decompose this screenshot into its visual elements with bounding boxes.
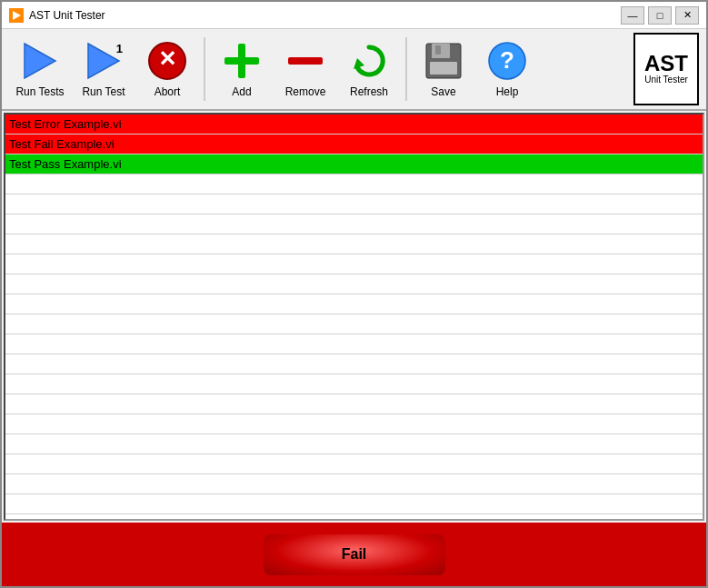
list-item-empty (5, 314, 703, 334)
run-test-label: Run Test (82, 85, 125, 98)
abort-label: Abort (155, 85, 181, 98)
run-tests-icon (19, 40, 61, 82)
main-window: AST Unit Tester — □ ✕ Run Tests 1 Run Te… (0, 0, 708, 588)
save-icon (423, 40, 464, 82)
main-area: Test Error Example.vi Test Fail Example.… (2, 111, 706, 586)
list-item-empty (5, 374, 703, 394)
list-item-empty (5, 214, 703, 234)
remove-label: Remove (285, 85, 326, 98)
add-button[interactable]: Add (211, 33, 273, 105)
list-item-empty (5, 234, 703, 254)
svg-rect-7 (224, 57, 259, 65)
svg-text:✕: ✕ (158, 46, 176, 71)
list-item[interactable]: Test Pass Example.vi (5, 154, 703, 174)
list-item[interactable]: Test Error Example.vi (5, 115, 703, 135)
list-item-empty (5, 494, 703, 514)
help-label: Help (496, 85, 519, 98)
list-item-empty (5, 474, 703, 494)
list-item-empty (5, 354, 703, 374)
run-tests-button[interactable]: Run Tests (9, 33, 71, 105)
run-test-button[interactable]: 1 Run Test (73, 33, 135, 105)
list-item-empty (5, 434, 703, 454)
ast-logo: AST Unit Tester (633, 33, 699, 105)
close-button[interactable]: ✕ (675, 6, 699, 25)
app-icon (9, 8, 24, 23)
svg-rect-8 (288, 57, 323, 65)
save-label: Save (431, 85, 455, 98)
help-button[interactable]: ? Help (476, 33, 538, 105)
separator-1 (204, 37, 205, 101)
list-item-empty (5, 194, 703, 214)
add-label: Add (232, 85, 251, 98)
title-bar: AST Unit Tester — □ ✕ (2, 2, 706, 29)
run-test-badge: 1 (116, 42, 123, 55)
separator-2 (405, 37, 407, 101)
list-item-empty (5, 294, 703, 314)
test-list[interactable]: Test Error Example.vi Test Fail Example.… (4, 113, 704, 521)
list-rows: Test Error Example.vi Test Fail Example.… (5, 115, 703, 521)
list-item-empty (5, 454, 703, 474)
list-item-empty (5, 174, 703, 194)
maximize-button[interactable]: □ (648, 6, 672, 25)
list-item-empty (5, 514, 703, 521)
save-button[interactable]: Save (413, 33, 474, 105)
help-icon: ? (486, 40, 528, 82)
title-controls: — □ ✕ (621, 6, 699, 25)
list-item-empty (5, 394, 703, 414)
test-name: Test Pass Example.vi (9, 157, 122, 171)
svg-text:?: ? (500, 46, 514, 74)
list-item-empty (5, 334, 703, 354)
svg-rect-12 (430, 62, 457, 75)
list-item-empty (5, 254, 703, 274)
window-title: AST Unit Tester (29, 9, 105, 22)
svg-marker-2 (25, 44, 55, 78)
test-name: Test Fail Example.vi (9, 137, 115, 151)
status-text: Fail (342, 546, 367, 563)
list-item[interactable]: Test Fail Example.vi (5, 135, 703, 154)
remove-button[interactable]: Remove (274, 33, 336, 105)
remove-icon (284, 40, 326, 82)
status-bar: Fail (2, 523, 706, 586)
ast-logo-text: AST (644, 53, 688, 75)
test-name: Test Error Example.vi (9, 117, 122, 131)
refresh-icon (348, 40, 390, 82)
ast-logo-sub: Unit Tester (644, 75, 688, 85)
list-item-empty (5, 274, 703, 294)
minimize-button[interactable]: — (621, 6, 644, 25)
list-item-empty (5, 414, 703, 434)
refresh-button[interactable]: Refresh (338, 33, 400, 105)
add-icon (221, 40, 263, 82)
abort-button[interactable]: ✕ Abort (136, 33, 198, 105)
svg-marker-3 (88, 44, 119, 78)
run-tests-label: Run Tests (15, 85, 64, 98)
toolbar: Run Tests 1 Run Test ✕ Abort (2, 29, 706, 111)
refresh-label: Refresh (350, 85, 388, 98)
abort-icon: ✕ (146, 40, 188, 82)
svg-rect-13 (435, 45, 441, 55)
title-bar-left: AST Unit Tester (9, 8, 105, 23)
